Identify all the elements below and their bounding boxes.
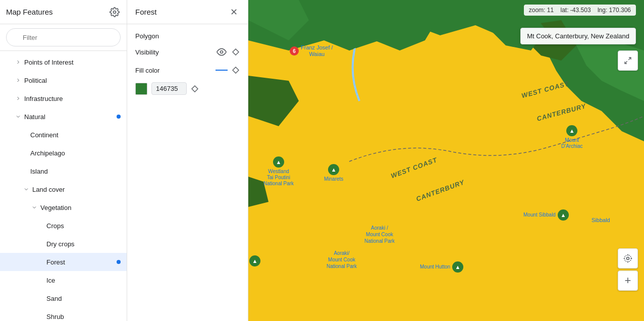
sidebar-item-label-island: Island bbox=[30, 168, 48, 175]
sidebar-item-shrub[interactable]: Shrub bbox=[0, 307, 127, 321]
filter-input[interactable] bbox=[6, 28, 121, 46]
chevron-icon bbox=[22, 185, 30, 193]
svg-line-19 bbox=[628, 58, 631, 60]
sidebar-item-label-points-of-interest: Points of Interest bbox=[24, 59, 74, 66]
map-controls: + bbox=[618, 248, 638, 291]
franz-josef-label: Franz Josef /Waiau bbox=[301, 44, 333, 58]
sidebar-item-forest[interactable]: Forest bbox=[0, 253, 127, 271]
svg-point-4 bbox=[221, 51, 223, 54]
chevron-icon bbox=[14, 76, 22, 84]
chevron-icon bbox=[30, 203, 38, 211]
lng-value: 170.306 bbox=[609, 7, 631, 14]
mount-hutton-label: Mount Hutton bbox=[420, 264, 450, 270]
sidebar-item-dry-crops[interactable]: Dry crops bbox=[0, 235, 127, 253]
close-icon[interactable]: ✕ bbox=[228, 6, 240, 18]
detail-header: Forest ✕ bbox=[127, 0, 248, 24]
sidebar-item-ice[interactable]: Ice bbox=[0, 271, 127, 289]
mount-darchiac-icon[interactable]: ▲ bbox=[566, 125, 577, 136]
svg-marker-5 bbox=[233, 49, 239, 55]
location-button[interactable] bbox=[618, 248, 638, 269]
sidebar-item-label-infrastructure: Infrastructure bbox=[24, 95, 63, 102]
active-dot bbox=[117, 260, 121, 264]
map-area[interactable]: zoom: 11 lat: -43.503 lng: 170.306 Mt Co… bbox=[248, 0, 644, 321]
fullscreen-button[interactable] bbox=[618, 50, 638, 71]
zoom-label: zoom: bbox=[529, 7, 546, 14]
location-tooltip: Mt Cook, Canterbury, New Zealand bbox=[520, 28, 636, 44]
sidebar-item-continent[interactable]: Continent bbox=[0, 126, 127, 144]
lng-label: lng: bbox=[598, 7, 607, 14]
sidebar-header: Map Features bbox=[0, 0, 127, 24]
minarets-label: Minarets bbox=[324, 176, 343, 182]
detail-panel-title: Forest bbox=[135, 8, 157, 16]
sidebar-item-label-political: Political bbox=[24, 77, 47, 84]
sidebar-item-label-vegetation: Vegetation bbox=[40, 204, 71, 211]
visibility-label: Visibility bbox=[135, 48, 159, 56]
detail-body: Polygon Visibility Fill color bbox=[127, 24, 248, 103]
sidebar-item-crops[interactable]: Crops bbox=[0, 217, 127, 235]
color-divider bbox=[216, 70, 228, 71]
sidebar-item-label-sand: Sand bbox=[46, 295, 62, 302]
zoom-value: 11 bbox=[547, 7, 554, 14]
minarets-marker: ▲ Minarets bbox=[324, 164, 343, 182]
chevron-icon bbox=[14, 58, 22, 66]
svg-point-0 bbox=[114, 11, 116, 13]
zoom-in-button[interactable]: + bbox=[618, 271, 638, 291]
sidebar-item-natural[interactable]: Natural bbox=[0, 108, 127, 126]
svg-point-22 bbox=[624, 255, 631, 261]
sidebar-item-political[interactable]: Political bbox=[0, 71, 127, 89]
svg-point-21 bbox=[627, 257, 629, 260]
sidebar-item-points-of-interest[interactable]: Points of Interest bbox=[0, 53, 127, 71]
svg-marker-13 bbox=[248, 76, 299, 126]
tooltip-text: Mt Cook, Canterbury, New Zealand bbox=[527, 32, 629, 40]
sidebar-item-archipelago[interactable]: Archipelago bbox=[0, 144, 127, 162]
color-swatch-row: 146735 bbox=[135, 82, 240, 95]
mount-sibbald-label: Mount Sibbald bbox=[523, 212, 556, 218]
sidebar-item-label-shrub: Shrub bbox=[46, 313, 64, 320]
mount-hutton-icon[interactable]: ▲ bbox=[452, 261, 463, 273]
detail-panel: Forest ✕ Polygon Visibility bbox=[127, 0, 248, 321]
eye-icon[interactable] bbox=[216, 46, 228, 58]
sidebar-item-land-cover[interactable]: Land cover bbox=[0, 180, 127, 198]
color-diamond-icon[interactable] bbox=[191, 85, 199, 93]
fill-diamond-icon[interactable] bbox=[232, 66, 240, 74]
color-swatch[interactable] bbox=[135, 83, 147, 95]
mount-hutton-marker: Mount Hutton ▲ bbox=[420, 261, 463, 273]
franz-josef-marker: 6 Franz Josef /Waiau bbox=[290, 44, 333, 58]
filter-box bbox=[0, 24, 127, 51]
mount-sibbald-marker: Mount Sibbald ▲ bbox=[523, 209, 569, 221]
diamond-icon[interactable] bbox=[232, 48, 240, 56]
mount-darchiac-label: MountD'Archiac bbox=[561, 137, 582, 149]
fill-color-label: Fill color bbox=[135, 67, 159, 74]
aoraki-label-lower: Aoraki/Mount CookNational Park bbox=[327, 250, 357, 270]
map-topbar: zoom: 11 lat: -43.503 lng: 170.306 bbox=[248, 0, 644, 20]
fill-color-row: Fill color bbox=[135, 66, 240, 74]
sidebar-item-island[interactable]: Island bbox=[0, 162, 127, 180]
active-dot bbox=[117, 115, 121, 119]
svg-marker-7 bbox=[192, 86, 198, 92]
sidebar-item-label-forest: Forest bbox=[46, 258, 65, 266]
sidebar-list: Points of InterestPoliticalInfrastructur… bbox=[0, 51, 127, 321]
minarets-icon[interactable]: ▲ bbox=[328, 164, 339, 175]
svg-marker-6 bbox=[233, 67, 239, 73]
sidebar-item-vegetation[interactable]: Vegetation bbox=[0, 198, 127, 217]
sibbald-label: Sibbald bbox=[592, 217, 610, 223]
sidebar-item-label-dry-crops: Dry crops bbox=[46, 240, 75, 248]
visibility-row: Visibility bbox=[135, 46, 240, 58]
color-hex-value[interactable]: 146735 bbox=[151, 82, 187, 95]
lat-label: lat: bbox=[561, 7, 569, 14]
westland-park-label: WestlandTai PoutiniNational Park bbox=[263, 169, 294, 187]
settings-icon[interactable] bbox=[109, 6, 121, 18]
mount-darchiac-marker: ▲ MountD'Archiac bbox=[561, 125, 582, 149]
sidebar: Map Features Points of InterestPolitical… bbox=[0, 0, 127, 321]
sidebar-item-label-crops: Crops bbox=[46, 222, 64, 230]
westland-park-icon[interactable]: ▲ bbox=[273, 156, 284, 168]
fill-color-controls bbox=[216, 66, 240, 74]
sidebar-title: Map Features bbox=[6, 8, 53, 16]
left-edge-park-icon[interactable]: ▲ bbox=[249, 255, 260, 266]
svg-line-20 bbox=[625, 61, 627, 64]
sidebar-item-sand[interactable]: Sand bbox=[0, 289, 127, 307]
sidebar-item-label-continent: Continent bbox=[30, 131, 59, 139]
route-6-badge: 6 bbox=[290, 46, 299, 56]
mount-sibbald-icon[interactable]: ▲ bbox=[558, 209, 569, 221]
sidebar-item-infrastructure[interactable]: Infrastructure bbox=[0, 89, 127, 108]
